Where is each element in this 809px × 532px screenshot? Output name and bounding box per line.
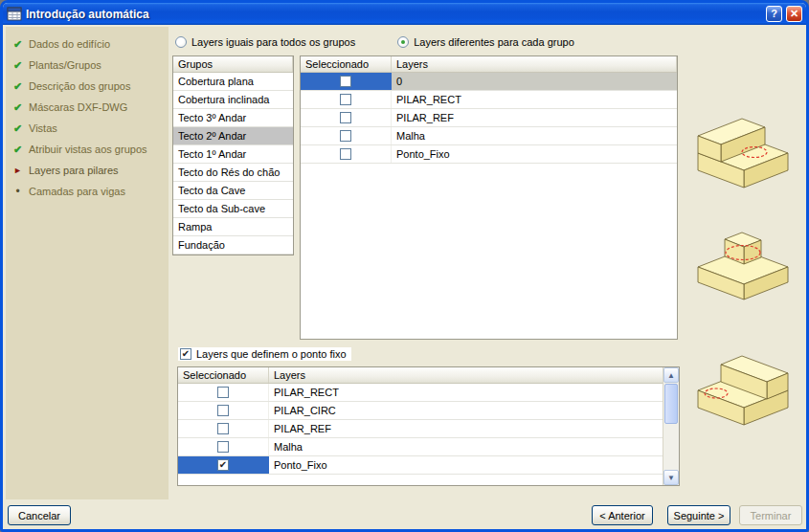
layer-checkbox[interactable]: ✔	[217, 459, 229, 471]
layer-row[interactable]: Malha	[178, 438, 679, 456]
check-icon: ✔	[12, 38, 23, 51]
layer-row[interactable]: PILAR_REF	[178, 420, 679, 438]
groups-header: Grupos	[173, 56, 293, 73]
check-icon: ✔	[12, 122, 23, 135]
app-icon	[7, 7, 22, 22]
titlebar: Introdução automática ? ✕	[3, 3, 806, 25]
scroll-up-button[interactable]: ▲	[663, 367, 679, 383]
layer-checkbox-cell[interactable]	[178, 420, 269, 437]
scroll-down-button[interactable]: ▼	[663, 470, 679, 485]
pillar-preview-step-block	[685, 101, 799, 197]
layer-checkbox[interactable]	[217, 387, 229, 398]
groups-panel: Grupos Cobertura planaCobertura inclinad…	[172, 55, 294, 255]
layer-checkbox-cell[interactable]	[301, 91, 392, 108]
layer-checkbox-cell[interactable]	[178, 438, 269, 455]
sidebar-steps: ✔ Dados do edifício ✔ Plantas/Grupos ✔ D…	[6, 27, 169, 499]
layer-checkbox-cell[interactable]	[301, 127, 392, 144]
cancel-button[interactable]: Cancelar	[8, 505, 71, 525]
vertical-scrollbar[interactable]: ▲ ▼	[663, 367, 679, 485]
step-label: Máscaras DXF-DWG	[29, 101, 127, 113]
current-arrow-icon: ►	[12, 166, 23, 175]
group-item[interactable]: Tecto da Sub-cave	[173, 200, 293, 218]
sidebar-step-7: ► Layers para pilares	[6, 160, 169, 181]
next-button[interactable]: Seguinte >	[667, 505, 730, 525]
layer-checkbox-cell[interactable]	[301, 109, 392, 126]
radio-equal-label: Layers iguais para todos os grupos	[191, 36, 355, 48]
layer-checkbox-cell[interactable]	[301, 145, 392, 163]
sidebar-step-6: ✔ Atribuir vistas aos grupos	[6, 139, 169, 160]
layer-checkbox[interactable]	[340, 76, 351, 87]
group-item[interactable]: Cobertura inclinada	[173, 91, 293, 109]
radio-icon[interactable]	[175, 36, 187, 48]
previous-button[interactable]: < Anterior	[592, 505, 653, 525]
layer-row[interactable]: 0	[301, 73, 677, 91]
radio-equal[interactable]: Layers iguais para todos os grupos	[175, 36, 355, 48]
group-item[interactable]: Tecto 1º Andar	[173, 145, 293, 164]
groups-list: Cobertura planaCobertura inclinadaTecto …	[173, 73, 293, 255]
layers-table-header: Seleccionado Layers	[301, 56, 677, 73]
layer-checkbox-cell[interactable]	[301, 73, 392, 90]
close-button[interactable]: ✕	[786, 6, 802, 22]
fixed-point-checkbox[interactable]: ✔	[180, 348, 191, 360]
layers-table: Seleccionado Layers 0 PILAR_RECT PILAR_R…	[300, 55, 678, 340]
finish-button-disabled: Terminar	[739, 505, 802, 525]
sidebar-step-4: ✔ Máscaras DXF-DWG	[6, 97, 169, 118]
fixed-layers-table-body: PILAR_RECT PILAR_CIRC PILAR_REF Malha ✔ …	[178, 384, 679, 475]
layer-checkbox[interactable]	[340, 148, 351, 160]
radio-different-label: Layers diferentes para cada grupo	[414, 36, 574, 48]
layer-row[interactable]: PILAR_RECT	[178, 384, 679, 402]
sidebar-step-3: ✔ Descrição dos grupos	[6, 76, 169, 97]
col-seleccionado: Seleccionado	[301, 56, 392, 72]
check-icon: ✔	[12, 59, 23, 72]
check-icon: ✔	[12, 144, 23, 156]
layer-row[interactable]: PILAR_REF	[301, 109, 677, 127]
fixed-layers-header: Seleccionado Layers	[178, 367, 679, 384]
pillar-preview-corner-block	[685, 339, 799, 434]
group-item[interactable]: Tecto 2º Andar	[173, 127, 293, 145]
layer-checkbox[interactable]	[340, 112, 351, 123]
layer-checkbox-cell[interactable]: ✔	[178, 456, 269, 474]
layer-name: 0	[392, 73, 677, 90]
layer-checkbox[interactable]	[340, 130, 351, 142]
layer-checkbox-cell[interactable]	[178, 402, 269, 419]
step-label: Atribuir vistas aos grupos	[29, 144, 147, 155]
layer-row[interactable]: Ponto_Fixo	[301, 145, 677, 164]
layer-checkbox[interactable]	[217, 441, 229, 453]
layer-name: Malha	[392, 127, 677, 144]
help-button[interactable]: ?	[766, 6, 782, 22]
scroll-track[interactable]	[663, 425, 679, 470]
check-icon: ✔	[12, 80, 23, 93]
layer-checkbox[interactable]	[217, 423, 229, 434]
layer-row[interactable]: ✔ Ponto_Fixo	[178, 456, 679, 475]
group-item[interactable]: Cobertura plana	[173, 73, 293, 91]
layer-checkbox-cell[interactable]	[178, 384, 269, 401]
check-icon: ✔	[12, 101, 23, 114]
sidebar-step-8: • Camadas para vigas	[6, 181, 169, 202]
bullet-icon: •	[12, 185, 23, 198]
layer-name: Malha	[269, 438, 679, 455]
step-label: Descrição dos grupos	[29, 80, 130, 92]
step-label: Vistas	[29, 122, 57, 134]
radio-icon[interactable]	[397, 36, 409, 48]
group-item[interactable]: Tecto 3º Andar	[173, 109, 293, 127]
group-item[interactable]: Rampa	[173, 218, 293, 236]
group-item[interactable]: Tecto da Cave	[173, 182, 293, 200]
layer-name: Ponto_Fixo	[269, 456, 679, 474]
fixed-point-checkbox-row[interactable]: ✔ Layers que definem o ponto fixo	[177, 346, 352, 362]
step-label: Camadas para vigas	[29, 186, 125, 197]
window-title: Introdução automática	[26, 8, 762, 21]
col-seleccionado: Seleccionado	[178, 367, 269, 383]
layer-name: PILAR_REF	[392, 109, 677, 126]
layer-row[interactable]: PILAR_RECT	[301, 91, 677, 109]
layer-row[interactable]: PILAR_CIRC	[178, 402, 679, 420]
sidebar-step-5: ✔ Vistas	[6, 118, 169, 139]
layer-checkbox[interactable]	[340, 94, 351, 105]
layer-checkbox[interactable]	[217, 405, 229, 416]
step-label: Layers para pilares	[29, 165, 119, 176]
radio-different[interactable]: Layers diferentes para cada grupo	[397, 36, 574, 48]
group-item[interactable]: Fundação	[173, 236, 293, 255]
layer-row[interactable]: Malha	[301, 127, 677, 145]
scroll-thumb[interactable]	[664, 384, 678, 424]
sidebar-step-2: ✔ Plantas/Grupos	[6, 55, 169, 76]
group-item[interactable]: Tecto do Rés do chão	[173, 164, 293, 182]
